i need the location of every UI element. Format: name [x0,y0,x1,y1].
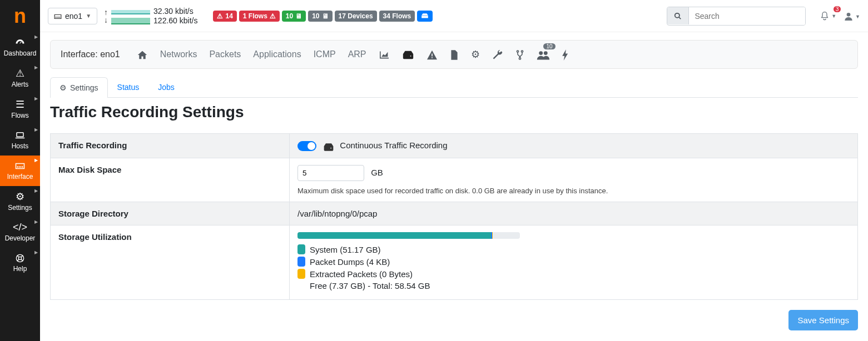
nav-arp[interactable]: ARP [348,49,366,59]
svg-point-10 [519,57,520,59]
topbar: eno1 ▼ ↑↓ 32.30 kbit/s 122.60 kbit/s ⚠ 1… [40,0,868,32]
upload-rate: 32.30 kbit/s [153,7,197,16]
save-settings-button[interactable]: Save Settings [788,310,858,330]
max-disk-help: Maximum disk space used for recorded tra… [297,187,850,195]
caret-down-icon: ▼ [86,13,91,19]
search-box [667,7,806,26]
tab-jobs[interactable]: Jobs [148,77,184,97]
badge-flows[interactable]: 34 Flows [379,11,415,22]
search-button[interactable] [667,7,689,24]
sidebar-item-hosts[interactable]: ▶ Hosts [0,125,40,156]
sidebar-item-settings[interactable]: ▶ ⚙ Settings [0,186,40,217]
svg-point-12 [543,51,547,55]
svg-point-11 [539,51,543,55]
nav-networks[interactable]: Networks [160,49,197,59]
badge-devices[interactable]: 17 Devices [335,11,377,22]
nav-packets[interactable]: Packets [209,49,241,59]
ethernet-icon [54,12,62,21]
notification-count: 3 [834,6,841,12]
chart-area-icon[interactable] [379,49,390,61]
storage-dir-value: /var/lib/ntopng/0/pcap [290,202,858,225]
code-fork-icon[interactable] [515,48,524,60]
svg-point-13 [331,147,332,148]
badge-alerts[interactable]: ⚠ 14 [213,11,236,22]
svg-point-7 [410,56,411,57]
nav-applications[interactable]: Applications [253,49,301,59]
legend-extracted: Extracted Packets (0 Bytes) [310,269,413,279]
legend-swatch-extracted [297,269,305,279]
sidebar-item-help[interactable]: ▶ Help [0,248,40,278]
interface-label: Interface: eno1 [61,49,120,59]
max-disk-input[interactable] [297,165,364,181]
storage-progress [297,232,520,239]
svg-rect-0 [17,133,23,137]
settings-table: Traffic Recording Continuous Traffic Rec… [50,133,858,300]
legend-swatch-system [297,244,305,254]
legend-swatch-dumps [297,257,305,267]
svg-point-3 [18,257,21,260]
row-label-max-disk: Max Disk Space [51,158,290,202]
sidebar-item-dashboard[interactable]: ▶ Dashboard [0,32,40,63]
svg-point-9 [521,51,523,52]
warning-icon[interactable] [426,49,438,61]
file-icon[interactable] [450,48,459,60]
tab-settings[interactable]: ⚙ Settings [50,77,108,98]
legend-system: System (51.17 GB) [310,245,381,254]
users-icon[interactable]: 10 [537,49,550,61]
interface-subnav: Interface: eno1 Networks Packets Applica… [50,40,858,69]
tabs: ⚙ Settings Status Jobs [50,77,858,98]
search-input[interactable] [689,7,805,25]
home-icon[interactable] [137,49,148,61]
legend-free-total: Free (7.37 GB) - Total: 58.54 GB [310,281,430,290]
badge-flows-alert[interactable]: 1 Flows ⚠ [239,11,280,22]
traffic-sparkline: ↑↓ 32.30 kbit/s 122.60 kbit/s [104,7,197,26]
unit-label: GB [371,168,383,177]
row-label-storage-dir: Storage Directory [51,202,290,225]
svg-point-8 [517,51,518,52]
row-label-storage-util: Storage Utilization [51,225,290,300]
traffic-recording-toggle[interactable] [297,141,316,151]
traffic-recording-desc: Continuous Traffic Recording [340,141,447,150]
sidebar-item-alerts[interactable]: ▶ ⚠ Alerts [0,63,40,94]
legend-dumps: Packet Dumps (4 KB) [310,257,390,267]
nav-icmp[interactable]: ICMP [314,49,336,59]
user-menu[interactable]: ▼ [844,11,860,21]
sidebar: n ▶ Dashboard ▶ ⚠ Alerts ▶ ☰ Flows ▶ Hos… [0,0,40,341]
download-rate: 122.60 kbit/s [153,16,197,26]
wrench-icon[interactable] [492,48,503,60]
badge-hosts-green[interactable]: 10 🖥 [282,11,306,22]
sidebar-item-interface[interactable]: ▶ Interface [0,156,40,186]
svg-point-5 [675,13,679,18]
svg-rect-4 [421,15,428,16]
bolt-icon[interactable] [562,48,569,60]
sidebar-item-developer[interactable]: ▶ </> Developer [0,217,40,248]
badge-storage[interactable] [417,11,433,22]
status-badges: ⚠ 14 1 Flows ⚠ 10 🖥 10 🖥 17 Devices 34 F… [213,11,433,22]
svg-rect-1 [16,138,25,139]
gear-icon[interactable]: ⚙ [471,48,480,61]
badge-hosts-gray[interactable]: 10 🖥 [308,11,332,22]
tab-status[interactable]: Status [108,77,149,97]
hdd-icon[interactable] [402,49,414,61]
logo: n [0,0,40,32]
svg-point-6 [847,13,851,17]
notifications-button[interactable]: 3 ▼ [820,11,836,21]
page-title: Traffic Recording Settings [50,103,858,121]
row-label-traffic-recording: Traffic Recording [51,134,290,158]
gear-icon: ⚙ [59,83,67,92]
interface-selector[interactable]: eno1 ▼ [48,8,97,24]
hdd-icon [323,142,334,151]
sidebar-item-flows[interactable]: ▶ ☰ Flows [0,94,40,125]
